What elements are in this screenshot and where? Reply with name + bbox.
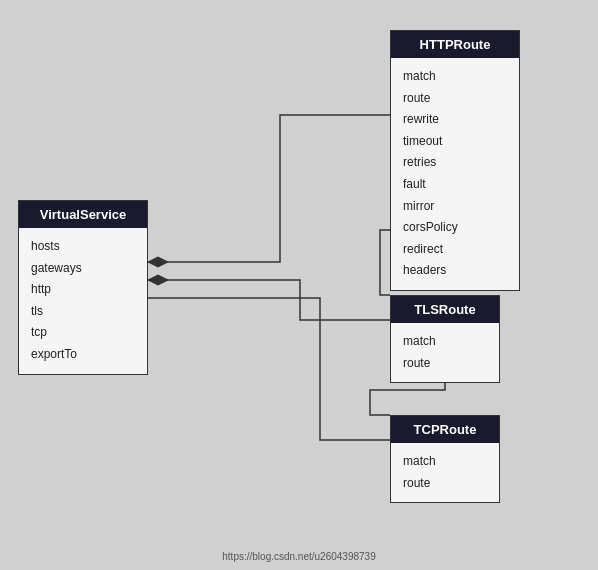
- field-hosts: hosts: [31, 236, 135, 258]
- virtual-service-body: hosts gateways http tls tcp exportTo: [19, 228, 147, 374]
- tcp-route-body: match route: [391, 443, 499, 502]
- watermark: https://blog.csdn.net/u2604398739: [222, 551, 375, 562]
- field-http: http: [31, 279, 135, 301]
- field-match: match: [403, 66, 507, 88]
- field-route: route: [403, 88, 507, 110]
- field-retries: retries: [403, 152, 507, 174]
- virtual-service-box: VirtualService hosts gateways http tls t…: [18, 200, 148, 375]
- field-redirect: redirect: [403, 239, 507, 261]
- field-gateways: gateways: [31, 258, 135, 280]
- field-tls-match: match: [403, 331, 487, 353]
- tcp-route-box: TCPRoute match route: [390, 415, 500, 503]
- svg-marker-0: [148, 257, 168, 267]
- tls-route-box: TLSRoute match route: [390, 295, 500, 383]
- field-timeout: timeout: [403, 131, 507, 153]
- field-tcp: tcp: [31, 322, 135, 344]
- tls-route-body: match route: [391, 323, 499, 382]
- svg-marker-1: [148, 275, 168, 285]
- tcp-route-header: TCPRoute: [391, 416, 499, 443]
- field-tcp-match: match: [403, 451, 487, 473]
- field-rewrite: rewrite: [403, 109, 507, 131]
- tls-route-header: TLSRoute: [391, 296, 499, 323]
- field-fault: fault: [403, 174, 507, 196]
- virtual-service-header: VirtualService: [19, 201, 147, 228]
- field-headers: headers: [403, 260, 507, 282]
- field-mirror: mirror: [403, 196, 507, 218]
- diagram-container: VirtualService hosts gateways http tls t…: [0, 0, 598, 570]
- http-route-body: match route rewrite timeout retries faul…: [391, 58, 519, 290]
- http-route-box: HTTPRoute match route rewrite timeout re…: [390, 30, 520, 291]
- field-tls: tls: [31, 301, 135, 323]
- field-tls-route: route: [403, 353, 487, 375]
- field-exportto: exportTo: [31, 344, 135, 366]
- field-corspolicy: corsPolicy: [403, 217, 507, 239]
- http-route-header: HTTPRoute: [391, 31, 519, 58]
- field-tcp-route: route: [403, 473, 487, 495]
